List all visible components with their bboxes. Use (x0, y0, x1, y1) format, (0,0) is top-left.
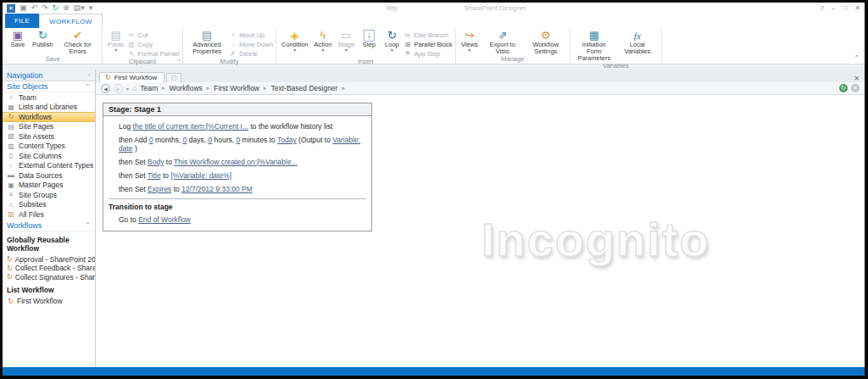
breadcrumb-item[interactable]: Workflows (170, 84, 203, 92)
breadcrumb-bar: ◀ ▶ ▾ ⌂ Team▸Workflows▸First Workflow▸Te… (96, 82, 865, 95)
sidebar-item-team[interactable]: ⌂Team (3, 92, 95, 103)
loop-button[interactable]: ↻Loop▼ (381, 29, 403, 53)
publish-button[interactable]: ↻Publish (30, 29, 56, 48)
collapse-workflows-icon[interactable]: ⌃ (85, 221, 91, 229)
sidebar-item-subsites[interactable]: ⌂Subsites (3, 200, 95, 210)
preview-icon[interactable]: ▤▾ (74, 4, 85, 12)
format-painter-button[interactable]: ✎Format Painter (128, 49, 181, 58)
redo-icon[interactable]: ↷ (42, 4, 48, 12)
close-page-icon[interactable]: ✕ (851, 84, 860, 92)
delete-button[interactable]: ✗Delete (229, 49, 273, 58)
workflow-item[interactable]: ↻Collect Feedback - SharePoint 2... (3, 264, 95, 273)
action-text: hours, (212, 136, 236, 144)
workflow-item[interactable]: ↻First Workflow (3, 297, 95, 306)
floppy-icon: ▣ (13, 30, 23, 42)
workflow-item[interactable]: ↻Approval - SharePoint 2010 (3, 255, 95, 265)
initiation-form-parameters-button[interactable]: ▦Initiation Form Parameters (573, 29, 615, 62)
collapse-section-icon[interactable]: ⌃ (85, 83, 91, 91)
workflow-group-title: Globally Reusable Workflow (3, 231, 95, 255)
workflow-item[interactable]: ↻Collect Signatures - SharePoint ... (3, 273, 95, 282)
recent-pages-dropdown-icon[interactable]: ▾ (126, 86, 129, 92)
ribbon-tab-row: FILE WORKFLOW (3, 14, 865, 28)
step-button[interactable]: ↓Step (358, 29, 380, 48)
sidebar-item-label: All Files (19, 210, 44, 219)
stop-icon[interactable]: ⊗ (63, 4, 70, 12)
dialog-launcher-icon[interactable]: ⌐ (177, 58, 181, 64)
breadcrumb-item[interactable]: Text-Based Designer (271, 84, 338, 92)
window-title-url: http (387, 4, 398, 12)
action-link[interactable]: [%Variable: date%] (170, 171, 231, 180)
copy-button[interactable]: ▥Copy (128, 40, 181, 48)
condition-button[interactable]: ◈Condition▼ (279, 29, 311, 53)
sidebar-item-master-pages[interactable]: ▣Master Pages (3, 181, 95, 191)
views-button[interactable]: ↪Views▼ (459, 29, 481, 53)
sidebar-item-external-content-types[interactable]: ▫External Content Types (3, 161, 95, 171)
workflow-settings-icon: ⚙ (541, 30, 551, 42)
sidebar-item-label: Subsites (19, 200, 47, 209)
ribbon-group-label: Clipboard (105, 58, 181, 66)
sidebar-item-workflows[interactable]: ↻Workflows (3, 112, 95, 122)
sidebar-item-site-groups[interactable]: ≡Site Groups (3, 190, 95, 200)
action-link[interactable]: Expires (147, 185, 171, 193)
sidebar-item-site-columns[interactable]: ▯Site Columns (3, 151, 95, 161)
minimize-button[interactable]: – (832, 4, 835, 12)
action-button[interactable]: ϟAction▼ (312, 29, 335, 53)
sidebar-item-all-files[interactable]: ▨All Files (3, 209, 95, 220)
sidebar-item-site-pages[interactable]: ▤Site Pages (3, 122, 95, 132)
breadcrumb-item[interactable]: First Workflow (214, 84, 259, 92)
sidebar-item-lists-and-libraries[interactable]: ▦Lists and Libraries (3, 103, 95, 113)
paste-icon: ▤ (110, 30, 120, 42)
local-variables-button[interactable]: fxLocal Variables (616, 29, 659, 55)
action-link[interactable]: Title (147, 171, 161, 180)
restore-button[interactable]: □ (843, 4, 847, 12)
tab-file[interactable]: FILE (5, 14, 39, 28)
close-tab-icon[interactable]: ✕ (854, 75, 860, 82)
new-tab-button[interactable]: ▢ (166, 73, 181, 82)
quick-access-toolbar: ✕ ▣ ↶ ↷ ↻ ⊗ ▤▾ ▾ (7, 4, 92, 13)
advanced-properties-button[interactable]: ▤Advanced Properties (186, 29, 228, 55)
refresh-icon[interactable]: ↻ (53, 4, 59, 12)
check-for-errors-button[interactable]: ✔Check for Errors (57, 29, 99, 55)
sharepoint-designer-window: ✕ ▣ ↶ ↷ ↻ ⊗ ▤▾ ▾ http SharePoint Designe… (3, 3, 865, 376)
action-link[interactable]: End of Workflow (138, 215, 191, 224)
save-icon[interactable]: ▣ (19, 4, 27, 12)
move-down-button[interactable]: ↓Move Down (229, 40, 273, 48)
paste-button[interactable]: ▤Paste▼ (105, 29, 127, 53)
parallel-block-button[interactable]: ⊞Parallel Block (403, 40, 452, 48)
workflow-designer-canvas: Stage: Stage 1 Log the title of current … (96, 95, 865, 367)
cut-button[interactable]: ✂Cut (128, 31, 181, 39)
action-link[interactable]: Body (147, 158, 164, 166)
sidebar-item-data-sources[interactable]: ▬Data Sources (3, 170, 95, 181)
workflow-item-label: Collect Feedback - SharePoint 2... (15, 264, 95, 272)
status-bar (3, 367, 865, 376)
undo-icon[interactable]: ↶ (31, 4, 38, 12)
collapse-pane-icon[interactable]: ‹ (88, 71, 91, 79)
move-up-button[interactable]: ↑Move Up (229, 31, 273, 39)
workflow-settings-button[interactable]: ⚙Workflow Settings (525, 29, 567, 55)
close-button[interactable]: ✕ (854, 4, 860, 12)
else-branch-button[interactable]: ⇆Else Branch (403, 31, 452, 39)
export-to-visio-button[interactable]: ⇗Export to Visio (481, 29, 524, 55)
column-icon: ▯ (7, 152, 15, 159)
breadcrumb-item[interactable]: Team (140, 84, 158, 92)
sidebar-item-content-types[interactable]: ▥Content Types (3, 142, 95, 152)
action-link[interactable]: Today (277, 136, 297, 144)
forward-button[interactable]: ▶ (114, 84, 123, 93)
app-step-button[interactable]: ⚑App Step (403, 49, 452, 58)
sidebar-item-site-assets[interactable]: ▧Site Assets (3, 131, 95, 142)
action-link[interactable]: the title of current item:[%Current I... (133, 122, 249, 131)
watermark: Incognito (481, 212, 710, 267)
action-link[interactable]: This Workflow created on:[%Variable... (174, 158, 298, 166)
collapse-ribbon-icon[interactable]: ⌃ (854, 54, 860, 62)
stage-action-line: then Set Expires to 12/7/2012 9:33:00 PM (119, 185, 366, 193)
refresh-page-icon[interactable]: ↻ (839, 84, 848, 92)
tab-workflow[interactable]: WORKFLOW (39, 14, 102, 28)
stage-button[interactable]: ▭Stage▼ (335, 29, 357, 53)
save-button[interactable]: ▣Save (7, 29, 29, 48)
help-button[interactable]: ? (821, 4, 824, 12)
ribbon-group-save: ▣Save↻Publish✔Check for ErrorsSave (4, 29, 103, 64)
back-button[interactable]: ◀ (101, 84, 110, 93)
app-icon[interactable]: ✕ (7, 4, 15, 13)
action-link[interactable]: 12/7/2012 9:33:00 PM (181, 185, 253, 193)
doc-tab-first-workflow[interactable]: ↻ First Workflow (99, 72, 164, 82)
